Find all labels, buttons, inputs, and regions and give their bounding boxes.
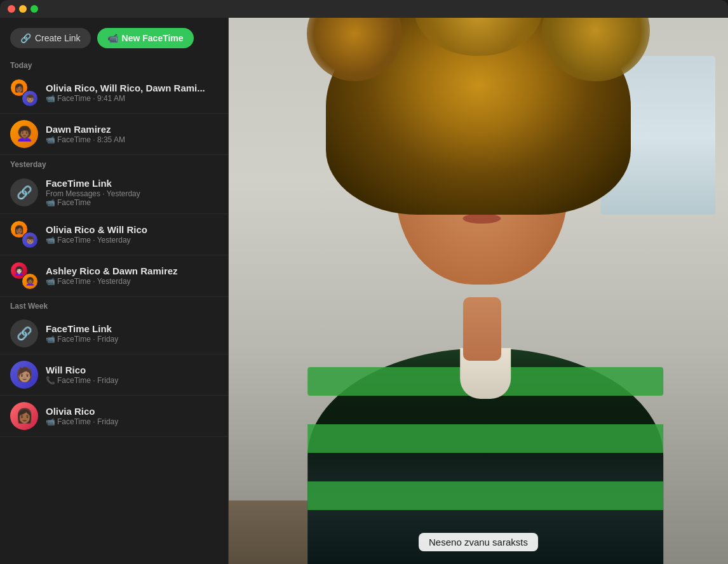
video-icon-small: 📹 <box>46 236 55 245</box>
phone-icon-small: 📞 <box>46 376 55 385</box>
sidebar: 🔗 Create Link 📹 New FaceTime Today 👩🏾 👦🏽 <box>0 18 229 564</box>
section-header-yesterday: Yesterday <box>0 155 228 171</box>
call-name: Will Rico <box>46 365 218 375</box>
list-item[interactable]: 🧑🏽 Will Rico 📞 FaceTime · Friday <box>0 354 228 396</box>
facetime-panel: Neseno zvanu saraksts <box>229 18 728 564</box>
avatar: 🧑🏽 <box>10 361 38 389</box>
neck <box>463 297 501 361</box>
group-avatar: 👩🏻‍🦱 👩🏾‍🦱 <box>10 262 38 290</box>
link-avatar: 🔗 <box>10 178 38 206</box>
video-icon-btn: 📹 <box>107 33 118 43</box>
avatar-will: 👦🏽 <box>22 232 38 248</box>
call-name: FaceTime Link <box>46 178 218 189</box>
create-link-button[interactable]: 🔗 Create Link <box>10 28 91 48</box>
list-item[interactable]: 👩🏾‍🦱 Dawn Ramirez 📹 FaceTime · 8:35 AM <box>0 114 228 155</box>
link-icon: 🔗 <box>17 185 32 200</box>
stripe-3 <box>307 481 663 510</box>
close-button[interactable] <box>8 5 15 13</box>
call-subtitle: 📹 FaceTime · Yesterday <box>46 277 218 286</box>
stripe-2 <box>307 424 663 453</box>
new-facetime-button[interactable]: 📹 New FaceTime <box>97 28 194 48</box>
avatar: 🔗 <box>10 319 38 347</box>
call-info: Ashley Rico & Dawn Ramirez 📹 FaceTime · … <box>46 265 218 286</box>
avatar: 👩🏾 👦🏽 <box>10 220 38 248</box>
call-subtitle-line1: From Messages · Yesterday <box>46 189 218 198</box>
group-avatar: 👩🏾 👦🏽 <box>10 79 38 107</box>
section-header-today: Today <box>0 56 228 72</box>
app-body: 🔗 Create Link 📹 New FaceTime Today 👩🏾 👦🏽 <box>0 18 728 564</box>
video-icon-small: 📹 <box>46 94 55 103</box>
avatar: 👩🏾 👦🏽 <box>10 79 38 107</box>
maximize-button[interactable] <box>30 5 38 13</box>
toolbar: 🔗 Create Link 📹 New FaceTime <box>0 18 228 56</box>
avatar: 👩🏾 <box>10 402 38 430</box>
call-info: FaceTime Link From Messages · Yesterday … <box>46 178 218 207</box>
list-item[interactable]: 👩🏾 Olivia Rico 📹 FaceTime · Friday <box>0 396 228 437</box>
hair-main <box>326 18 631 215</box>
call-subtitle: 📹 FaceTime · Friday <box>46 335 218 344</box>
call-info: FaceTime Link 📹 FaceTime · Friday <box>46 323 218 344</box>
call-subtitle-line2: 📹 FaceTime <box>46 198 218 207</box>
call-subtitle: 📹 FaceTime · Friday <box>46 417 218 426</box>
list-item[interactable]: 👩🏾 👦🏽 Olivia Rico & Will Rico 📹 FaceTime… <box>0 214 228 255</box>
video-icon-small: 📹 <box>46 417 55 426</box>
video-icon-small: 📹 <box>46 335 55 344</box>
avatar-will-single: 🧑🏽 <box>10 361 38 389</box>
list-item[interactable]: 👩🏻‍🦱 👩🏾‍🦱 Ashley Rico & Dawn Ramirez 📹 F… <box>0 255 228 297</box>
call-subtitle: 📹 FaceTime · 8:35 AM <box>46 135 218 144</box>
call-subtitle: 📞 FaceTime · Friday <box>46 376 218 385</box>
call-name: Olivia Rico & Will Rico <box>46 224 218 235</box>
new-facetime-label: New FaceTime <box>122 33 184 43</box>
traffic-lights <box>8 5 38 13</box>
video-feed <box>229 18 728 564</box>
call-info: Dawn Ramirez 📹 FaceTime · 8:35 AM <box>46 124 218 144</box>
call-info: Olivia Rico, Will Rico, Dawn Rami... 📹 F… <box>46 83 218 103</box>
list-item[interactable]: 🔗 FaceTime Link From Messages · Yesterda… <box>0 171 228 214</box>
call-info: Olivia Rico & Will Rico 📹 FaceTime · Yes… <box>46 224 218 245</box>
caption-text: Neseno zvanu saraksts <box>419 533 538 551</box>
avatar-dawn2: 👩🏾‍🦱 <box>22 273 38 290</box>
call-info: Olivia Rico 📹 FaceTime · Friday <box>46 406 218 426</box>
group-avatar: 👩🏾 👦🏽 <box>10 220 38 248</box>
call-info: Will Rico 📞 FaceTime · Friday <box>46 365 218 385</box>
title-bar <box>0 0 728 18</box>
call-subtitle: 📹 FaceTime · 9:41 AM <box>46 94 218 103</box>
call-subtitle: 📹 FaceTime · Yesterday <box>46 236 218 245</box>
avatar: 👩🏾‍🦱 <box>10 120 38 148</box>
avatar: 🔗 <box>10 178 38 206</box>
video-icon-small: 📹 <box>46 277 55 286</box>
list-item[interactable]: 🔗 FaceTime Link 📹 FaceTime · Friday <box>0 313 228 354</box>
avatar-single-dawn: 👩🏾‍🦱 <box>10 120 38 148</box>
avatar-olivia-single: 👩🏾 <box>10 402 38 430</box>
call-name: Ashley Rico & Dawn Ramirez <box>46 265 218 276</box>
call-name: Olivia Rico <box>46 406 218 417</box>
list-item[interactable]: 👩🏾 👦🏽 Olivia Rico, Will Rico, Dawn Rami.… <box>0 72 228 114</box>
create-link-label: Create Link <box>35 33 81 43</box>
call-name: Olivia Rico, Will Rico, Dawn Rami... <box>46 83 218 93</box>
section-header-lastweek: Last Week <box>0 297 228 313</box>
body-clothing <box>307 348 663 564</box>
video-icon-small: 📹 <box>46 135 55 144</box>
call-name: Dawn Ramirez <box>46 124 218 135</box>
link-avatar-friday: 🔗 <box>10 319 38 347</box>
video-icon-small: 📹 <box>46 198 55 207</box>
minimize-button[interactable] <box>19 5 27 13</box>
hair-top-bump <box>415 18 542 56</box>
link-icon: 🔗 <box>17 326 32 341</box>
call-name: FaceTime Link <box>46 323 218 334</box>
avatar-will: 👦🏽 <box>22 90 38 107</box>
avatar: 👩🏻‍🦱 👩🏾‍🦱 <box>10 262 38 290</box>
lips <box>462 213 501 224</box>
link-icon: 🔗 <box>20 33 31 43</box>
